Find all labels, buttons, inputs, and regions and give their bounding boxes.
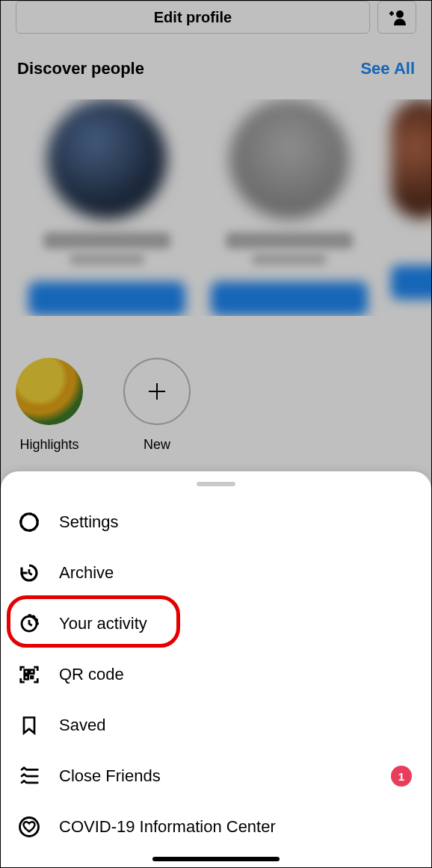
bookmark-icon [17, 713, 41, 737]
menu-item-settings[interactable]: Settings [1, 497, 431, 548]
sheet-grabber[interactable] [197, 482, 235, 486]
qr-code-icon [17, 663, 41, 686]
menu-label: QR code [59, 665, 124, 684]
menu-item-covid-info[interactable]: COVID-19 Information Center [1, 802, 431, 852]
menu-bottom-sheet: Settings Archive Your activity QR code [1, 471, 431, 867]
svg-rect-20 [30, 670, 34, 674]
menu-item-close-friends[interactable]: Close Friends 1 [1, 751, 431, 802]
menu-item-archive[interactable]: Archive [1, 548, 431, 598]
svg-point-17 [19, 512, 39, 532]
menu-label: Saved [59, 716, 105, 735]
menu-label: Close Friends [59, 766, 161, 786]
menu-item-qr-code[interactable]: QR code [1, 649, 431, 700]
menu-label: Settings [59, 512, 119, 532]
heart-circle-icon [17, 815, 41, 839]
close-friends-badge: 1 [391, 766, 412, 787]
archive-icon [17, 561, 41, 585]
svg-rect-21 [25, 675, 28, 679]
svg-point-26 [20, 818, 39, 837]
gear-icon [17, 510, 41, 534]
svg-rect-19 [25, 670, 28, 674]
close-friends-icon [17, 764, 41, 788]
menu-item-saved[interactable]: Saved [1, 700, 431, 751]
menu-label: COVID-19 Information Center [59, 817, 276, 837]
home-indicator[interactable] [152, 857, 280, 861]
menu-label: Archive [59, 563, 114, 583]
annotation-highlight [7, 595, 180, 648]
svg-rect-22 [31, 677, 34, 679]
